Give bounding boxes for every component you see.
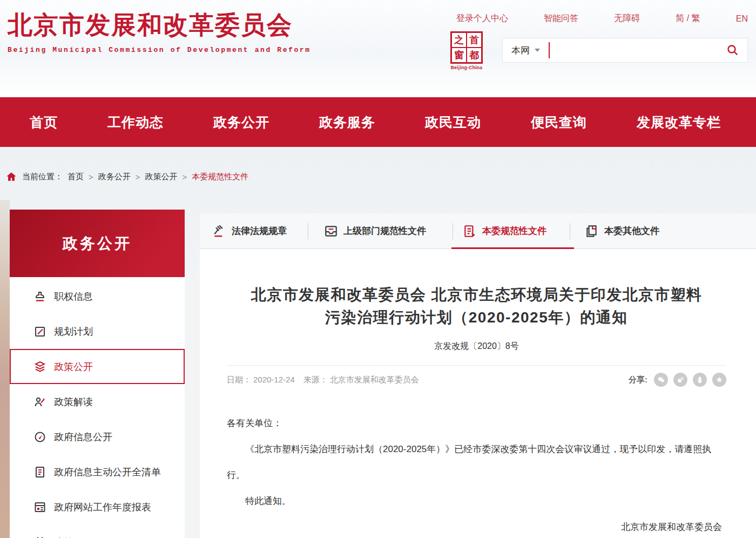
seal-char: 都 [467, 48, 481, 62]
favorite-share-icon[interactable] [712, 373, 726, 387]
sidebar-item-label: 政府网站工作年度报表 [54, 501, 151, 514]
sidebar-item-label: 决策目录 [54, 536, 93, 538]
nav-item-inquiry[interactable]: 便民查询 [531, 113, 587, 131]
article-panel: 北京市发展和改革委员会 北京市生态环境局关于印发北京市塑料 污染治理行动计划（2… [200, 249, 756, 538]
background-texture-left [0, 200, 10, 538]
tab-divider [570, 223, 570, 239]
tab-divider [308, 223, 308, 239]
breadcrumb-separator: > [89, 172, 93, 181]
tab-superior-normative-docs[interactable]: 上级部门规范性文件 [324, 213, 426, 248]
date-value: 2020-12-24 [253, 375, 295, 385]
meta-divider [227, 365, 726, 366]
interpret-icon [33, 395, 46, 408]
nav-item-gov-affairs[interactable]: 政务公开 [213, 113, 269, 131]
sidebar-item-gov-info-disclosure[interactable]: 政府信息公开 [10, 419, 185, 454]
tab-label: 本委其他文件 [604, 225, 659, 237]
seal-char: 首 [467, 33, 481, 47]
sidebar-item-label: 政府信息主动公开全清单 [54, 466, 161, 479]
nav-item-home[interactable]: 首页 [30, 113, 58, 131]
tab-laws-regulations[interactable]: 法律法规规章 [212, 213, 287, 248]
sidebar: 政务公开 职权信息 规划计划 政策公开 [10, 210, 185, 538]
search-icon [726, 44, 739, 57]
accessibility-link[interactable]: 无障碍 [614, 13, 640, 24]
breadcrumb-current[interactable]: 本委规范性文件 [192, 172, 248, 182]
tab-commission-normative-docs[interactable]: 本委规范性文件 [463, 213, 546, 248]
sidebar-item-authority-info[interactable]: 职权信息 [10, 279, 185, 314]
capital-window-seal[interactable]: 之 首 窗 都 Beijing-China [449, 31, 484, 70]
seal-char: 之 [452, 33, 466, 47]
nav-item-gov-services[interactable]: 政务服务 [319, 113, 375, 131]
sidebar-item-proactive-disclosure-list[interactable]: 政府信息主动公开全清单 [10, 454, 185, 489]
list-icon [33, 466, 46, 479]
stamp-icon [33, 290, 46, 303]
login-personal-center-link[interactable]: 登录个人中心 [456, 13, 508, 24]
tab-label: 上级部门规范性文件 [343, 225, 426, 237]
qq-share-icon[interactable] [693, 373, 707, 387]
wechat-share-icon[interactable] [654, 373, 668, 387]
weibo-share-icon[interactable] [673, 373, 687, 387]
gavel-icon [212, 224, 226, 238]
salutation: 各有关单位： [227, 411, 726, 436]
main-navigation: 首页 工作动态 政务公开 政务服务 政民互动 便民查询 发展改革专栏 [0, 97, 756, 147]
site-subtitle: Beijing Municipal Commission of Developm… [8, 46, 311, 54]
share-bar: 分享: [629, 373, 726, 387]
plan-icon [33, 325, 46, 338]
seal-icon: 之 首 窗 都 [450, 31, 483, 64]
tab-divider [453, 223, 453, 239]
site-logo[interactable]: 北京市发展和改革委员会 Beijing Municipal Commission… [8, 11, 311, 54]
english-link[interactable]: EN [736, 14, 748, 24]
breadcrumb: 当前位置： 首页 > 政务公开 > 政策公开 > 本委规范性文件 [5, 171, 248, 183]
sidebar-item-label: 政策解读 [54, 395, 93, 408]
page-title-line1: 北京市发展和改革委员会 北京市生态环境局关于印发北京市塑料 [227, 284, 726, 306]
sidebar-menu: 职权信息 规划计划 政策公开 [10, 277, 185, 538]
sidebar-item-label: 职权信息 [54, 290, 93, 303]
article-paragraph: 特此通知。 [227, 488, 726, 514]
simplified-traditional-toggle[interactable]: 简 / 繁 [676, 13, 700, 24]
sidebar-item-website-annual-report[interactable]: 政府网站工作年度报表 [10, 489, 185, 524]
breadcrumb-policy[interactable]: 政策公开 [145, 172, 178, 182]
signature: 北京市发展和改革委员会 [227, 514, 726, 538]
sidebar-item-plans[interactable]: 规划计划 [10, 314, 185, 349]
doc-icon [463, 224, 477, 238]
breadcrumb-label: 当前位置： [22, 172, 63, 182]
search-scope-select[interactable]: 本网 [503, 44, 549, 57]
report-icon [33, 501, 46, 514]
date-label: 日期： [227, 375, 251, 385]
breadcrumb-home[interactable]: 首页 [68, 172, 84, 182]
source-value: 北京市发展和改革委员会 [330, 375, 419, 385]
sidebar-item-decision-catalog[interactable]: 决策目录 [10, 524, 185, 538]
seal-char: 窗 [452, 48, 466, 62]
sidebar-item-policy-disclosure[interactable]: 政策公开 [10, 349, 185, 384]
compass-icon [33, 431, 46, 443]
catalog-icon [33, 536, 46, 538]
sidebar-item-policy-interpretation[interactable]: 政策解读 [10, 384, 185, 419]
document-number: 京发改规〔2020〕8号 [227, 341, 726, 352]
date-source: 日期：2020-12-24 来源：北京市发展和改革委员会 [227, 375, 419, 385]
pages-icon [585, 224, 599, 238]
breadcrumb-separator: > [136, 172, 140, 181]
tab-label: 法律法规规章 [232, 225, 287, 237]
sidebar-item-label: 政策公开 [54, 360, 93, 373]
nav-item-work-news[interactable]: 工作动态 [107, 113, 164, 131]
nav-item-interaction[interactable]: 政民互动 [425, 113, 481, 131]
smart-qa-link[interactable]: 智能问答 [544, 13, 578, 24]
site-search-bar: 本网 [502, 38, 748, 63]
breadcrumb-separator: > [183, 172, 187, 181]
page-title: 北京市发展和改革委员会 北京市生态环境局关于印发北京市塑料 污染治理行动计划（2… [227, 284, 726, 329]
nav-item-reform-column[interactable]: 发展改革专栏 [637, 113, 721, 131]
utility-links: 登录个人中心 智能问答 无障碍 简 / 繁 EN [456, 13, 748, 24]
chevron-down-icon [535, 49, 540, 52]
seal-caption: Beijing-China [449, 65, 484, 70]
article-meta: 日期：2020-12-24 来源：北京市发展和改革委员会 分享: [227, 373, 726, 387]
search-scope-label: 本网 [511, 44, 530, 57]
layers-icon [33, 360, 46, 373]
search-button[interactable] [718, 44, 747, 57]
document-tabs: 法律法规规章 上级部门规范性文件 本委规范性文件 本委其他文件 [200, 213, 756, 249]
search-input[interactable] [550, 38, 718, 62]
page-title-line2: 污染治理行动计划（2020-2025年）的通知 [227, 306, 726, 329]
sidebar-title: 政务公开 [10, 210, 185, 277]
inbox-icon [324, 224, 338, 238]
breadcrumb-gov-affairs[interactable]: 政务公开 [98, 172, 131, 182]
tab-label: 本委规范性文件 [482, 225, 546, 237]
tab-commission-other-docs[interactable]: 本委其他文件 [585, 213, 659, 248]
